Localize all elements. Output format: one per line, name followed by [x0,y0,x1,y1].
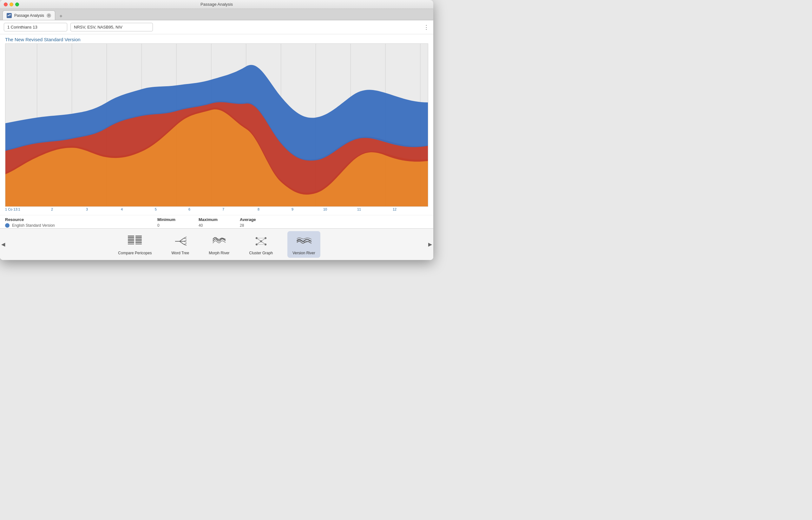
tab-label: Passage Analysis [14,13,44,18]
version-river-label: Version River [293,251,315,255]
chart-area: 1 Co 13:1 2 3 4 5 6 7 8 9 10 11 12 [0,44,433,215]
svg-line-29 [184,237,186,238]
cluster-graph-label: Cluster Graph [249,251,273,255]
svg-line-34 [184,244,186,245]
window-title: Passage Analysis [200,2,233,7]
passage-analysis-tab[interactable]: Passage Analysis × [3,10,55,20]
legend-dot-esv [5,223,9,228]
compare-pericopes-icon [127,234,143,249]
svg-line-40 [257,238,261,241]
word-tree-label: Word Tree [171,251,189,255]
legend-area: Resource Minimum Maximum Average English… [0,215,433,228]
version-river-button[interactable]: Version River [287,231,320,258]
x-label-5: 5 [155,207,157,211]
svg-rect-22 [135,242,142,243]
svg-line-26 [180,238,184,241]
legend-average-esv: 28 [240,223,244,228]
x-label-6: 6 [188,207,190,211]
cluster-graph-button[interactable]: Cluster Graph [244,231,278,258]
legend-resource-header: Resource [5,217,157,222]
svg-rect-23 [128,243,134,244]
svg-line-41 [261,238,265,241]
minimize-button[interactable] [9,3,13,6]
title-bar: Passage Analysis [0,0,433,9]
traffic-lights [4,3,19,6]
word-tree-icon [173,234,188,249]
toolbar-right-arrow[interactable]: ▶ [427,229,433,260]
cluster-graph-icon [253,234,269,249]
x-label-12: 12 [393,207,397,211]
svg-rect-16 [128,240,134,241]
x-label-7: 7 [222,207,224,211]
toolbar-items: Compare Pericopes [6,231,427,258]
svg-rect-19 [135,237,142,238]
legend-minimum-header: Minimum [157,217,199,222]
svg-line-33 [184,243,186,244]
legend-average-header: Average [240,217,256,222]
legend-minimum-esv: 0 [157,223,199,228]
new-tab-button[interactable]: + [57,12,65,20]
svg-rect-13 [128,236,134,237]
river-chart[interactable] [5,44,428,207]
x-label-10: 10 [323,207,327,211]
legend-maximum-header: Maximum [199,217,240,222]
legend-label-esv: English Standard Version [12,223,55,228]
morph-river-icon [211,234,227,249]
tab-icon [7,13,12,18]
x-label-8: 8 [258,207,259,211]
bottom-toolbar: ◀ [0,228,433,260]
svg-rect-15 [128,239,134,240]
x-label-4: 4 [121,207,123,211]
svg-rect-21 [135,240,142,241]
version-river-icon [296,234,311,249]
more-options-button[interactable]: ⋮ [424,24,429,31]
svg-line-31 [184,240,186,241]
svg-line-42 [257,241,261,244]
toolbar-left-arrow[interactable]: ◀ [0,229,6,260]
svg-line-30 [184,238,186,239]
close-button[interactable] [4,3,8,6]
compare-pericopes-button[interactable]: Compare Pericopes [113,231,157,258]
search-bar: ⋮ [0,20,433,34]
x-label-3: 3 [86,207,88,211]
svg-rect-24 [135,243,142,244]
svg-rect-20 [135,239,142,240]
x-label-1: 1 Co 13:1 [5,207,20,211]
x-label-11: 11 [357,207,361,211]
main-content: ⋮ The New Revised Standard Version [0,20,433,260]
svg-rect-17 [128,242,134,243]
compare-pericopes-label: Compare Pericopes [118,251,152,255]
chart-subtitle: The New Revised Standard Version [0,34,433,44]
morph-river-label: Morph River [209,251,229,255]
legend-maximum-esv: 40 [199,223,240,228]
word-tree-button[interactable]: Word Tree [166,231,194,258]
maximize-button[interactable] [15,3,19,6]
svg-line-28 [180,241,184,244]
tab-close-button[interactable]: × [47,13,51,18]
x-label-9: 9 [291,207,294,211]
svg-rect-18 [135,236,142,237]
svg-line-32 [184,241,186,242]
x-label-2: 2 [51,207,53,211]
morph-river-button[interactable]: Morph River [204,231,234,258]
x-axis: 1 Co 13:1 2 3 4 5 6 7 8 9 10 11 12 [5,207,428,215]
tab-bar: Passage Analysis × + [0,9,433,20]
versions-input[interactable] [70,23,153,31]
svg-rect-14 [128,237,134,238]
passage-input[interactable] [4,23,67,31]
svg-line-43 [261,241,265,244]
